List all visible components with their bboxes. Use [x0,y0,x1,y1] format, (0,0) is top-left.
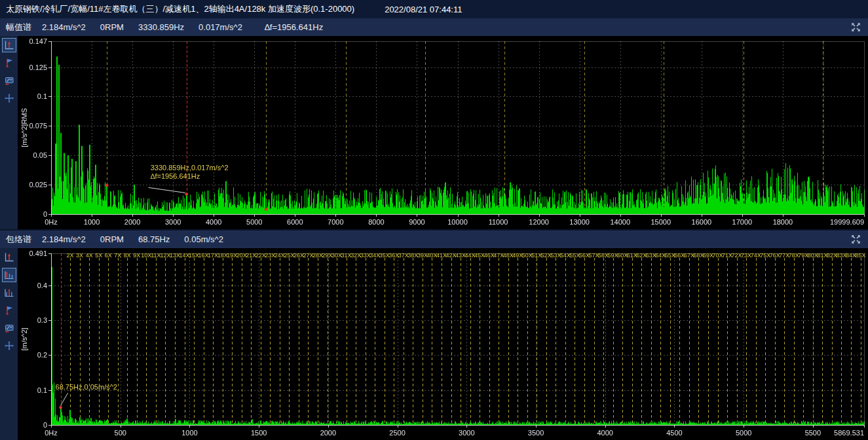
envelope-spectrum-canvas[interactable] [18,248,868,440]
envelope-panel-title: 包络谱 [6,234,31,246]
window-title: 太原钢铁/冷轧厂/宽幅/11#左卷取机（三）/减速机1、2轴输出4A/128k … [6,3,354,15]
envelope-rms-value: 2.184m/s^2 [42,234,86,244]
amplitude-chart: 3330.859Hz,0.017m/s^2 ∆f=1956.641Hz [18,36,868,229]
flag-icon[interactable] [2,303,16,318]
single-cursor-icon[interactable] [2,38,16,52]
move-icon[interactable] [2,339,16,353]
envelope-cursor-frequency: 68.75Hz [138,234,170,244]
expand-icon[interactable] [850,22,861,33]
expand-icon[interactable] [850,234,861,245]
window-titlebar: 太原钢铁/冷轧厂/宽幅/11#左卷取机（三）/减速机1、2轴输出4A/128k … [0,0,868,18]
envelope-panel: 包络谱 2.184m/s^2 0RPM 68.75Hz 0.05m/s^2 68… [0,230,868,440]
envelope-rpm-value: 0RPM [100,234,124,244]
amplitude-panel-header: 幅值谱 2.184m/s^2 0RPM 3330.859Hz 0.017m/s^… [0,18,868,36]
envelope-panel-header: 包络谱 2.184m/s^2 0RPM 68.75Hz 0.05m/s^2 [0,230,868,248]
move-icon[interactable] [2,91,16,105]
amplitude-panel: 幅值谱 2.184m/s^2 0RPM 3330.859Hz 0.017m/s^… [0,18,868,229]
amplitude-cursor-amplitude: 0.017m/s^2 [198,22,242,32]
amplitude-spectrum-canvas[interactable] [18,36,868,229]
amplitude-rpm-value: 0RPM [100,22,124,32]
sideband-cursor-icon[interactable] [2,285,16,300]
amplitude-toolbar [0,36,18,229]
amplitude-delta-f: ∆f=1956.641Hz [265,22,323,32]
amplitude-panel-title: 幅值谱 [6,22,31,33]
envelope-cursor-amplitude: 0.05m/s^2 [184,234,223,244]
envelope-toolbar [0,248,18,440]
window-datetime: 2022/08/21 07:44:11 [385,5,462,14]
waveform-window-icon[interactable] [2,73,16,88]
harmonic-cursor-icon[interactable] [2,268,16,282]
waveform-window-icon[interactable] [2,321,16,335]
amplitude-rms-value: 2.184m/s^2 [42,22,86,32]
flag-icon[interactable] [2,56,16,70]
single-cursor-icon[interactable] [2,250,16,265]
envelope-chart: 68.75Hz,0.05m/s^2 [18,248,868,440]
amplitude-cursor-frequency: 3330.859Hz [138,22,184,32]
